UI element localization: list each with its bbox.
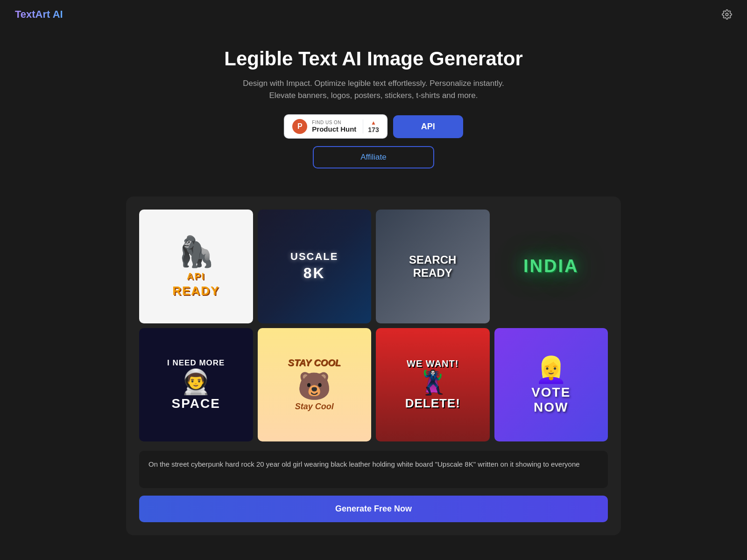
product-hunt-text: FIND US ON Product Hunt bbox=[312, 120, 356, 133]
gallery-item[interactable]: USCALE 8K bbox=[258, 210, 372, 323]
api-text: API bbox=[187, 271, 205, 282]
space-top-text: I NEED MORE bbox=[167, 358, 225, 368]
8k-text: 8K bbox=[303, 265, 325, 282]
monkey-emoji: 🦍 bbox=[177, 234, 215, 269]
uscale-text: USCALE bbox=[290, 251, 338, 263]
gallery-item[interactable]: 👱‍♀️ VOTENOW bbox=[494, 328, 608, 442]
prompt-box: On the street cyberpunk hard rock 20 yea… bbox=[139, 451, 608, 488]
gallery-item[interactable]: I NEED MORE 👨‍🚀 SPACE bbox=[139, 328, 253, 442]
hero-title: Legible Text AI Image Generator bbox=[9, 48, 738, 70]
we-want-text: WE WANT! bbox=[407, 358, 458, 369]
product-hunt-count: ▲ 173 bbox=[363, 119, 379, 133]
gallery-item[interactable]: INDIA bbox=[494, 210, 608, 323]
gallery-container: 🦍 API READY USCALE 8K SEARCHREADY INDIA bbox=[126, 196, 621, 535]
gear-icon[interactable] bbox=[722, 9, 732, 20]
product-hunt-find-label: FIND US ON bbox=[312, 120, 341, 125]
vote-now-text: VOTENOW bbox=[531, 385, 571, 415]
upvote-arrow-icon: ▲ bbox=[371, 119, 376, 126]
ready-text: READY bbox=[172, 284, 219, 298]
bear-emoji: 🐻 bbox=[297, 370, 331, 402]
upvote-count: 173 bbox=[368, 126, 379, 133]
hero-section: Legible Text AI Image Generator Design w… bbox=[0, 29, 747, 196]
hero-subtitle: Design with Impact. Optimize legible tex… bbox=[229, 77, 518, 101]
gallery-item[interactable]: SEARCHREADY bbox=[376, 210, 490, 323]
product-hunt-logo: P bbox=[292, 119, 307, 134]
stay-cool-script: Stay Cool bbox=[295, 402, 334, 412]
cta-buttons: P FIND US ON Product Hunt ▲ 173 API bbox=[9, 114, 738, 139]
logo[interactable]: TextArt AI bbox=[15, 8, 63, 21]
gallery-item[interactable]: WE WANT! 🦹 DELETE! bbox=[376, 328, 490, 442]
gallery-item[interactable]: 🦍 API READY bbox=[139, 210, 253, 323]
deadpool-emoji: 🦹 bbox=[418, 369, 447, 396]
search-text: SEARCHREADY bbox=[409, 253, 456, 280]
svg-point-0 bbox=[726, 13, 728, 16]
india-text: INDIA bbox=[523, 256, 578, 276]
gallery-grid: 🦍 API READY USCALE 8K SEARCHREADY INDIA bbox=[139, 210, 608, 441]
api-button[interactable]: API bbox=[393, 115, 463, 138]
stay-cool-top: STAY COOL bbox=[288, 357, 341, 368]
girl-emoji: 👱‍♀️ bbox=[535, 355, 567, 385]
gallery-item[interactable]: STAY COOL 🐻 Stay Cool bbox=[258, 328, 372, 442]
product-hunt-button[interactable]: P FIND US ON Product Hunt ▲ 173 bbox=[284, 114, 387, 139]
product-hunt-name: Product Hunt bbox=[312, 125, 356, 133]
affiliate-button[interactable]: Affiliate bbox=[313, 146, 434, 168]
astronaut-emoji: 👨‍🚀 bbox=[181, 368, 211, 396]
space-bottom-text: SPACE bbox=[172, 396, 220, 411]
header: TextArt AI bbox=[0, 0, 747, 29]
delete-text: DELETE! bbox=[405, 396, 460, 411]
generate-button[interactable]: Generate Free Now bbox=[139, 496, 608, 522]
